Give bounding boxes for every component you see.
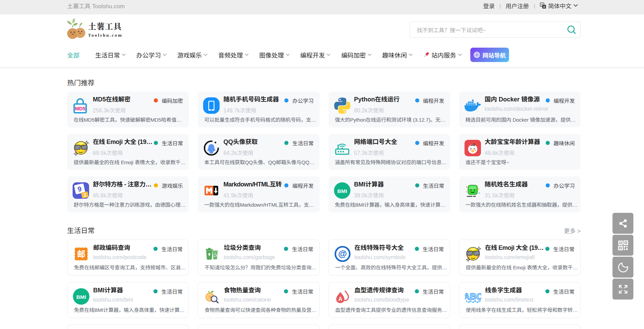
- svg-text:邮: 邮: [77, 249, 85, 259]
- svg-text:A: A: [338, 296, 342, 302]
- svg-text:@: @: [338, 248, 347, 259]
- svg-text:A: A: [543, 5, 545, 8]
- svg-text:BMI: BMI: [337, 188, 347, 194]
- svg-text:ABC: ABC: [465, 291, 481, 302]
- svg-text:BMI: BMI: [76, 294, 86, 300]
- svg-text:MD5: MD5: [75, 106, 86, 111]
